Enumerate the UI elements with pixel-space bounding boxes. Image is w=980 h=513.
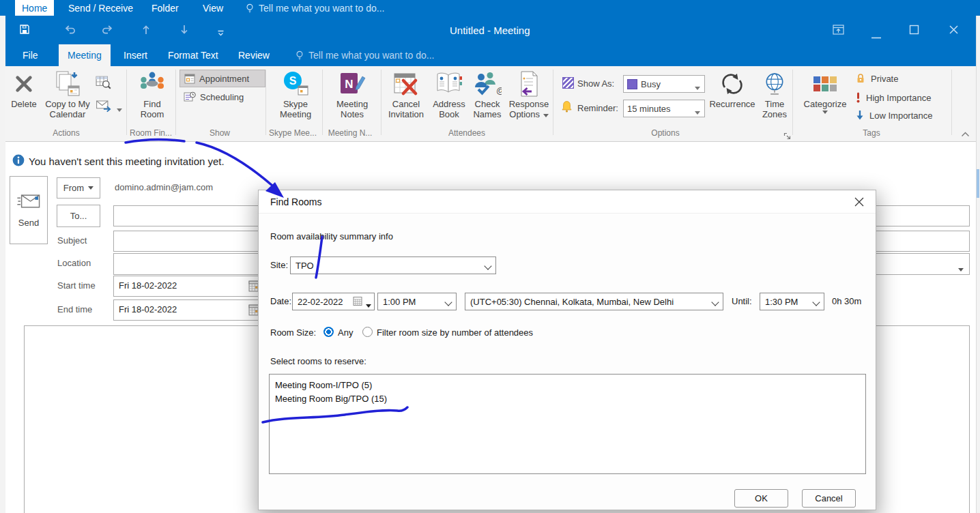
categorize-button[interactable]: Categorize [800, 69, 850, 121]
redo-icon [101, 25, 113, 35]
response-options-button[interactable]: Response Options [505, 69, 553, 121]
dialog-close-button[interactable] [854, 196, 865, 209]
cancel-invitation-button[interactable]: Cancel Invitation [384, 69, 429, 121]
cancel-button[interactable]: Cancel [802, 489, 856, 508]
room-list-item[interactable]: Meeting Room-I/TPO (5) [270, 379, 865, 392]
svg-text:N: N [345, 78, 353, 91]
high-importance-button[interactable]: High Importance [852, 91, 935, 104]
options-dialog-launcher[interactable] [783, 132, 791, 142]
move-down-button[interactable] [179, 24, 189, 38]
address-book-button[interactable]: Address Book [429, 69, 469, 121]
background-right-strip [976, 16, 980, 513]
show-as-combo[interactable]: Busy [623, 75, 705, 93]
private-button[interactable]: Private [852, 72, 902, 85]
customize-qat-button[interactable] [217, 27, 225, 40]
check-names-button[interactable]: @ Check Names [470, 69, 504, 121]
group-label-options: Options [631, 129, 700, 138]
ribbon-display-options-button[interactable] [833, 25, 844, 38]
to-button[interactable]: To... [57, 205, 100, 227]
tab-label: Home [22, 3, 47, 14]
redo-button[interactable] [101, 25, 113, 38]
skype-icon: S [282, 70, 309, 98]
location-dropdown-caret[interactable] [958, 262, 964, 274]
site-combo[interactable]: TPO [290, 256, 496, 274]
dialog-launcher-icon [783, 132, 791, 140]
dialog-title: Find Rooms [270, 196, 321, 207]
meeting-notes-button[interactable]: N Meeting Notes [326, 69, 378, 121]
until-time-value: 1:30 PM [765, 297, 798, 307]
show-as-value: Busy [641, 79, 661, 89]
room-size-any-label: Any [338, 328, 353, 338]
start-date-field[interactable]: Fri 18-02-2022 [113, 276, 264, 297]
outlook-tab-view[interactable]: View [196, 0, 230, 16]
date-picker[interactable]: 22-02-2022 [292, 293, 375, 310]
forward-button[interactable] [96, 99, 113, 115]
group-label-tags: Tags [837, 129, 906, 138]
outlook-tab-home[interactable]: Home [15, 0, 54, 16]
until-time-combo[interactable]: 1:30 PM [760, 293, 824, 310]
tab-meeting[interactable]: Meeting [59, 44, 111, 66]
site-value: TPO [296, 261, 314, 271]
background-scrollbar-thumb[interactable] [977, 169, 979, 198]
move-up-button[interactable] [141, 24, 151, 38]
skype-meeting-button[interactable]: S Skype Meeting [275, 69, 316, 121]
start-time-value: 1:00 PM [383, 297, 416, 307]
onenote-icon: N [338, 70, 366, 98]
group-separator [951, 70, 952, 135]
find-room-button[interactable]: Find Room [131, 69, 173, 121]
timezone-combo[interactable]: (UTC+05:30) Chennai, Kolkata, Mumbai, Ne… [465, 293, 723, 310]
appointment-button[interactable]: Appointment [179, 70, 265, 87]
group-label-room-finder: Room Fin... [117, 129, 185, 138]
appointment-calendar-icon [184, 73, 195, 84]
forward-dropdown-caret[interactable] [117, 104, 122, 114]
tab-file[interactable]: File [14, 44, 47, 66]
minimize-button[interactable] [871, 29, 882, 42]
recurrence-button[interactable]: Recurrence [707, 69, 758, 121]
undo-button[interactable] [64, 25, 76, 38]
send-button[interactable]: Send [10, 176, 48, 244]
button-label: Appointment [199, 74, 249, 84]
button-label: Skype Meeting [275, 99, 316, 119]
outlook-tab-folder[interactable]: Folder [145, 0, 186, 16]
reminder-combo[interactable]: 15 minutes [623, 100, 705, 117]
delete-button[interactable]: Delete [8, 69, 40, 121]
ribbon-display-options-icon [833, 25, 844, 35]
low-importance-button[interactable]: Low Importance [852, 108, 937, 122]
copy-to-my-calendar-button[interactable]: Copy to My Calendar [40, 69, 96, 121]
lock-icon [856, 73, 865, 84]
open-in-browser-button[interactable] [96, 75, 112, 92]
scheduling-calendar-icon [184, 91, 196, 102]
start-time-combo[interactable]: 1:00 PM [377, 293, 457, 310]
end-date-field[interactable]: Fri 18-02-2022 [113, 299, 264, 321]
tab-insert[interactable]: Insert [115, 44, 156, 66]
room-list-item[interactable]: Meeting Room Big/TPO (15) [270, 392, 865, 406]
rooms-listbox[interactable]: Meeting Room-I/TPO (5) Meeting Room Big/… [269, 374, 866, 474]
ok-button[interactable]: OK [734, 489, 788, 508]
room-size-label: Room Size: [270, 328, 316, 338]
close-button[interactable] [949, 25, 959, 38]
save-button[interactable] [19, 24, 30, 38]
end-date-value: Fri 18-02-2022 [119, 305, 177, 315]
tab-review[interactable]: Review [229, 44, 278, 66]
time-zones-button[interactable]: Time Zones [758, 69, 791, 121]
room-size-filter-radio[interactable] [362, 327, 373, 337]
outlook-tell-me[interactable]: Tell me what you want to do... [239, 0, 391, 16]
tab-label: Insert [124, 50, 147, 61]
ribbon-tell-me[interactable]: Tell me what you want to do... [287, 44, 443, 66]
dropdown-caret [812, 298, 820, 306]
categorize-grid-icon [813, 76, 837, 91]
group-separator [553, 70, 553, 135]
room-size-any-radio[interactable] [323, 327, 334, 337]
from-button[interactable]: From [57, 177, 100, 199]
scheduling-button[interactable]: Scheduling [179, 89, 264, 105]
tab-format-text[interactable]: Format Text [159, 44, 227, 66]
outlook-tab-send-receive[interactable]: Send / Receive [61, 0, 140, 16]
collapse-ribbon-button[interactable] [961, 129, 970, 139]
tab-label: Format Text [168, 50, 218, 61]
from-label: From [63, 183, 84, 193]
group-separator [175, 70, 176, 135]
date-dropdown-caret[interactable] [366, 299, 371, 310]
group-separator [792, 70, 793, 135]
maximize-button[interactable] [909, 25, 919, 38]
date-value: 22-02-2022 [298, 297, 343, 307]
